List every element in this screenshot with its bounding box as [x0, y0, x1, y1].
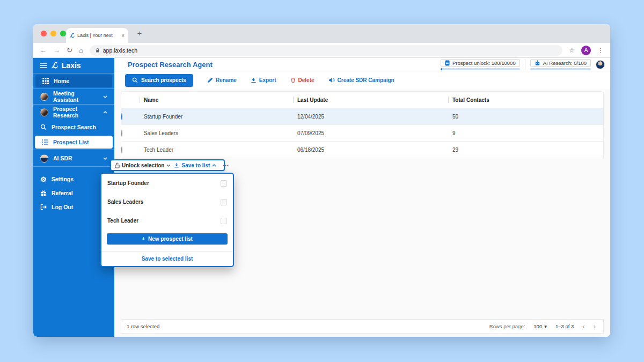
menu-icon[interactable] — [40, 63, 47, 68]
pagination: Rows per page: 100 ▾ 1–3 of 3 ‹ › — [489, 323, 596, 330]
meeting-assistant-avatar — [40, 93, 48, 101]
export-button[interactable]: Export — [251, 77, 276, 83]
rows-per-page-select[interactable]: 100 ▾ — [533, 323, 547, 329]
sidebar-item-meeting-assistant[interactable]: Meeting Assistant — [33, 89, 114, 104]
ai-research-label: AI Research: 0/100 — [543, 60, 587, 66]
ai-sdr-avatar — [40, 154, 48, 162]
tab-close-icon[interactable]: × — [121, 33, 125, 39]
sidebar-item-label: Prospect Research — [53, 106, 98, 119]
tab-strip: ℒ Laxis | Your next × + — [33, 24, 610, 43]
sidebar-item-prospect-search[interactable]: Prospect Search — [33, 120, 114, 135]
sidebar-item-label: Referral — [52, 190, 73, 196]
sidebar-item-label: Settings — [52, 176, 74, 182]
chevron-down-icon — [103, 95, 107, 98]
plus-icon: + — [142, 236, 145, 242]
close-window-icon[interactable] — [41, 31, 47, 36]
row-last-update: 07/09/2025 — [293, 130, 448, 136]
user-avatar[interactable] — [596, 60, 605, 69]
sidebar-item-label: AI SDR — [53, 155, 72, 161]
chevron-up-icon — [103, 111, 107, 114]
maximize-window-icon[interactable] — [60, 31, 66, 36]
browser-home-icon[interactable]: ⌂ — [79, 47, 83, 54]
popup-list-item[interactable]: Sales Leaders — [101, 193, 233, 211]
popup-list-item[interactable]: Tech Leader — [101, 211, 233, 230]
row-radio[interactable] — [121, 146, 122, 153]
action-toolbar: Search prospects Rename Export Delete Cr… — [114, 71, 610, 89]
ai-robot-icon — [535, 60, 540, 66]
prospect-unlock-badge: Prospect unlock: 100/10000 — [441, 59, 520, 70]
rows-selected-text: 1 row selected — [127, 323, 159, 329]
ai-research-progress — [530, 68, 591, 70]
column-header-last-update[interactable]: Last Update — [293, 97, 448, 103]
save-to-list-button[interactable]: Save to list — [174, 162, 216, 168]
prospect-list-table: Name Last Update Total Contacts Startup … — [121, 91, 604, 158]
sidebar-item-home[interactable]: Home — [35, 75, 112, 87]
apps-grid-icon — [42, 78, 49, 84]
gear-icon: ⚙ — [40, 176, 47, 183]
new-tab-button[interactable]: + — [134, 28, 145, 38]
row-radio[interactable] — [121, 130, 122, 137]
back-icon[interactable]: ← — [40, 47, 47, 54]
search-prospects-button[interactable]: Search prospects — [125, 74, 193, 87]
unlock-selection-button[interactable]: Unlock selection — [115, 162, 171, 168]
browser-tab[interactable]: ℒ Laxis | Your next × — [66, 28, 128, 43]
browser-profile-avatar[interactable]: A — [581, 46, 591, 55]
chevron-down-icon — [103, 157, 107, 160]
popup-checkbox[interactable] — [221, 218, 227, 224]
table-row[interactable]: Startup Founder 12/04/2025 50 — [121, 108, 603, 124]
popup-list-item[interactable]: Startup Founder — [101, 174, 233, 193]
rows-per-page-label: Rows per page: — [489, 323, 525, 329]
selection-action-bar: Unlock selection Save to list ⋯ — [110, 159, 225, 171]
popup-checkbox[interactable] — [221, 180, 227, 187]
sidebar-brand: ℒ Laxis — [33, 58, 114, 73]
url-bar[interactable]: app.laxis.tech — [90, 45, 562, 56]
column-header-name[interactable]: Name — [140, 97, 293, 103]
more-actions-icon[interactable]: ⋯ — [223, 162, 229, 169]
sidebar-item-prospect-research[interactable]: Prospect Research — [33, 105, 114, 120]
popup-item-label: Tech Leader — [107, 218, 138, 224]
usage-badges: Prospect unlock: 100/10000 AI Research: … — [441, 59, 605, 70]
database-icon — [445, 60, 450, 66]
prospect-research-avatar — [40, 108, 48, 116]
row-name: Tech Leader — [140, 147, 293, 153]
create-sdr-campaign-button[interactable]: Create SDR Campaign — [328, 77, 394, 83]
table-row[interactable]: Tech Leader 06/18/2025 29 — [121, 141, 603, 158]
sidebar-item-label: Prospect List — [53, 139, 89, 145]
laxis-favicon-icon: ℒ — [70, 32, 74, 39]
reload-icon[interactable]: ↻ — [67, 47, 72, 54]
previous-page-icon[interactable]: ‹ — [582, 323, 584, 330]
prospect-unlock-progress — [441, 68, 520, 70]
row-name: Startup Founder — [140, 114, 293, 120]
logout-icon — [40, 204, 47, 210]
rename-button[interactable]: Rename — [207, 77, 237, 83]
popup-checkbox[interactable] — [221, 199, 227, 205]
forward-icon[interactable]: → — [53, 47, 60, 54]
table-header-row: Name Last Update Total Contacts — [121, 92, 603, 108]
minimize-window-icon[interactable] — [50, 31, 56, 36]
row-radio-selected[interactable] — [121, 113, 122, 120]
divider — [525, 60, 525, 69]
delete-button[interactable]: Delete — [290, 77, 314, 83]
new-prospect-list-button[interactable]: + New prospect list — [107, 233, 228, 245]
bookmark-star-icon[interactable]: ☆ — [569, 47, 575, 54]
sidebar-item-ai-sdr[interactable]: AI SDR — [33, 150, 114, 166]
column-header-total-contacts[interactable]: Total Contacts — [448, 97, 603, 103]
next-page-icon[interactable]: › — [594, 323, 596, 330]
browser-menu-icon[interactable]: ⋮ — [597, 47, 604, 54]
window-controls[interactable] — [41, 31, 66, 36]
row-total-contacts: 9 — [448, 130, 603, 136]
table-row[interactable]: Sales Leaders 07/09/2025 9 — [121, 124, 603, 141]
download-icon — [174, 162, 179, 168]
save-to-list-popup: Startup Founder Sales Leaders Tech Leade… — [100, 173, 234, 267]
row-total-contacts: 29 — [448, 147, 603, 153]
sidebar-item-prospect-list[interactable]: Prospect List — [35, 136, 113, 149]
search-icon — [132, 77, 138, 83]
laxis-logo-icon: ℒ — [52, 61, 57, 70]
save-to-selected-list-link[interactable]: Save to selected list — [101, 252, 233, 262]
browser-toolbar: ← → ↻ ⌂ app.laxis.tech ☆ A ⋮ — [33, 43, 610, 58]
page-title: Prospect Research Agent — [128, 61, 213, 69]
chevron-down-icon — [166, 164, 171, 167]
prospect-unlock-label: Prospect unlock: 100/10000 — [452, 60, 516, 66]
brand-name: Laxis — [62, 61, 81, 70]
page-range-text: 1–3 of 3 — [555, 323, 574, 329]
